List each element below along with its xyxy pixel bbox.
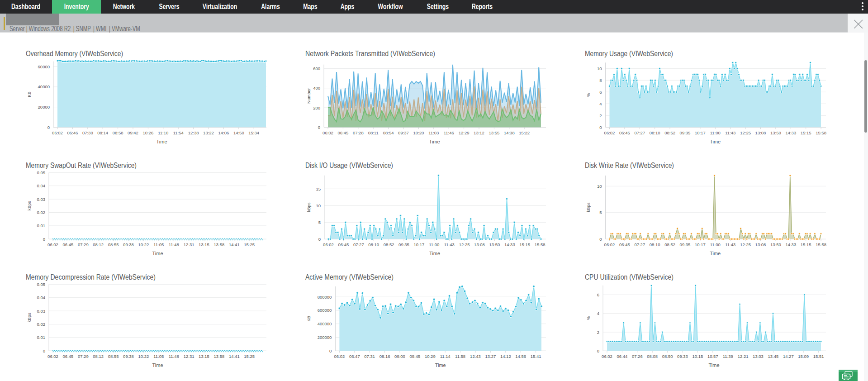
svg-text:Time: Time [708,362,719,368]
svg-text:15:25: 15:25 [244,354,255,359]
svg-text:0: 0 [43,237,45,242]
svg-text:0.05: 0.05 [37,170,46,175]
svg-text:06:02: 06:02 [323,242,334,247]
svg-text:13:50: 13:50 [770,242,781,247]
svg-text:06:02: 06:02 [604,242,615,247]
svg-text:09:00: 09:00 [394,354,405,359]
svg-text:13:27: 13:27 [485,354,496,359]
svg-text:15:22: 15:22 [519,130,530,135]
svg-text:15:34: 15:34 [248,130,259,135]
svg-text:11:00: 11:00 [710,242,721,247]
svg-text:14:50: 14:50 [233,130,244,135]
svg-text:0.03: 0.03 [37,309,46,314]
svg-text:Active Memory (VIWebService): Active Memory (VIWebService) [305,273,394,281]
svg-text:14:33: 14:33 [504,242,515,247]
svg-text:09:35: 09:35 [680,242,691,247]
svg-text:09:35: 09:35 [398,242,409,247]
svg-text:08:08: 08:08 [647,354,658,359]
svg-text:0.02: 0.02 [37,322,46,327]
svg-text:15:15: 15:15 [801,130,811,135]
svg-text:0: 0 [47,125,50,130]
svg-text:12:25: 12:25 [740,242,751,247]
svg-text:200000: 200000 [318,335,332,340]
svg-text:12:25: 12:25 [459,242,470,247]
svg-text:09:42: 09:42 [128,130,138,135]
svg-text:Time: Time [435,362,446,368]
svg-text:11:03: 11:03 [428,130,439,135]
svg-text:14:06: 14:06 [218,130,229,135]
svg-text:Memory Decompression Rate (VIW: Memory Decompression Rate (VIWebService) [26,273,156,281]
svg-text:40000: 40000 [38,84,50,89]
svg-text:15:15: 15:15 [519,242,530,247]
svg-text:kBps: kBps [27,313,32,322]
svg-text:08:52: 08:52 [664,242,675,247]
svg-text:12:29: 12:29 [459,130,470,135]
svg-text:11:48: 11:48 [169,242,179,247]
svg-text:13:22: 13:22 [203,130,214,135]
svg-text:08:52: 08:52 [664,130,675,135]
svg-text:15:15: 15:15 [801,242,811,247]
svg-text:Time: Time [156,139,167,144]
svg-text:13:55: 13:55 [489,130,500,135]
svg-text:06:02: 06:02 [604,130,615,135]
svg-text:0: 0 [43,348,45,353]
svg-text:13:50: 13:50 [770,130,781,135]
svg-text:08:16: 08:16 [379,354,390,359]
svg-text:08:11: 08:11 [368,130,379,135]
svg-text:Time: Time [152,362,163,368]
svg-text:06:45: 06:45 [619,130,630,135]
svg-text:15:58: 15:58 [816,242,826,247]
svg-text:06:45: 06:45 [63,354,74,359]
svg-text:15:51: 15:51 [813,354,824,359]
svg-text:10:17: 10:17 [695,130,706,135]
svg-text:14:38: 14:38 [504,130,515,135]
svg-text:13:12: 13:12 [474,130,484,135]
svg-text:Memory Usage (VIWebService): Memory Usage (VIWebService) [585,49,673,57]
svg-text:Memory SwapOut Rate (VIWebServ: Memory SwapOut Rate (VIWebService) [26,161,137,169]
svg-text:15:25: 15:25 [244,242,255,247]
svg-text:14:33: 14:33 [785,130,796,135]
svg-text:11:48: 11:48 [169,354,179,359]
svg-text:Time: Time [429,139,440,144]
svg-text:09:37: 09:37 [398,130,409,135]
svg-text:12:31: 12:31 [184,354,194,359]
svg-text:06:02: 06:02 [334,354,345,359]
svg-text:13:58: 13:58 [214,354,225,359]
svg-text:10:57: 10:57 [707,354,718,359]
svg-text:0: 0 [597,348,599,353]
svg-text:11:00: 11:00 [710,130,721,135]
svg-text:10:22: 10:22 [138,242,149,247]
svg-text:08:55: 08:55 [108,354,119,359]
svg-text:kBps: kBps [306,202,311,212]
svg-text:0.05: 0.05 [37,282,46,287]
svg-text:13:08: 13:08 [755,242,766,247]
svg-text:kBps: kBps [27,201,32,210]
svg-text:13:08: 13:08 [755,130,766,135]
svg-text:11:43: 11:43 [725,242,735,247]
svg-text:13:58: 13:58 [214,242,225,247]
svg-text:06:02: 06:02 [52,130,63,135]
svg-text:0: 0 [318,125,320,130]
svg-text:60000: 60000 [38,64,50,69]
svg-text:06:02: 06:02 [47,354,58,359]
svg-text:Time: Time [152,251,163,256]
svg-text:Time: Time [429,251,440,256]
svg-text:11:43: 11:43 [725,130,735,135]
svg-text:06:45: 06:45 [63,242,74,247]
svg-text:Network Packets Transmitted (V: Network Packets Transmitted (VIWebServic… [305,49,435,57]
svg-text:Time: Time [710,251,721,256]
svg-text:12:43: 12:43 [470,354,481,359]
svg-text:0.01: 0.01 [37,223,46,228]
svg-text:09:33: 09:33 [677,354,688,359]
svg-text:0: 0 [318,237,321,242]
svg-text:07:29: 07:29 [78,242,89,247]
svg-text:11:46: 11:46 [444,130,454,135]
svg-text:06:02: 06:02 [47,242,58,247]
svg-text:400: 400 [313,86,320,90]
svg-text:4: 4 [597,311,599,316]
svg-text:10:17: 10:17 [695,242,706,247]
svg-text:KB: KB [27,91,32,97]
svg-text:10:15: 10:15 [693,354,703,359]
svg-text:4: 4 [599,101,602,106]
svg-text:0.04: 0.04 [37,183,46,188]
